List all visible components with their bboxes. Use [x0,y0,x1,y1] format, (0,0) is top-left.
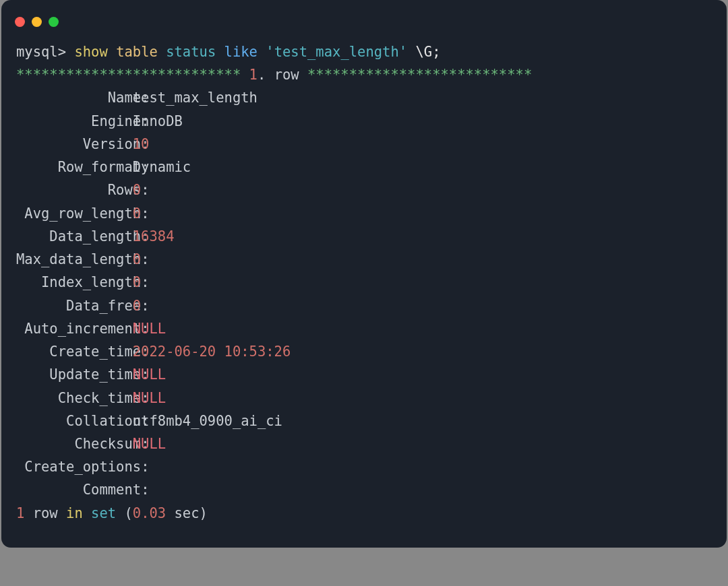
field-value: NULL [133,436,166,452]
prompt-label: mysql> [16,44,66,60]
field-value: 0 [133,182,141,198]
prompt-line: mysql> show table status like 'test_max_… [16,44,441,60]
field-value: 16384 [133,228,175,245]
field-label: Index_length: [16,271,124,294]
stars-right: *************************** [307,67,532,83]
field-label: Checksum: [16,432,124,455]
field-label: Row_format: [16,156,124,178]
field-value: NULL [133,321,166,337]
row-header: *************************** 1. row *****… [16,67,532,83]
terminal-window: mysql> show table status like 'test_max_… [1,0,727,548]
stars-left: *************************** [16,67,241,83]
field-value: 0 [133,274,141,290]
field-label: Collation: [16,410,124,432]
terminal-output[interactable]: mysql> show table status like 'test_max_… [1,34,727,548]
row-word: row [274,67,299,83]
summary-time: 0.03 [133,505,166,521]
field-value: NULL [133,390,166,406]
field-label: Name: [16,86,124,109]
summary-line: 1 row in set (0.03 sec) [16,505,208,521]
field-label: Auto_increment: [16,317,124,340]
summary-sec: sec [175,505,200,521]
summary-count: 1 [16,505,24,521]
field-label: Engine: [16,110,124,133]
titlebar [1,0,727,34]
fields-list: Name: test_max_length Engine: InnoDB Ver… [16,90,291,498]
field-label: Version: [16,133,124,156]
field-label: Check_time: [16,387,124,410]
cmd-arg: 'test_max_length' [266,44,407,60]
field-value: NULL [133,366,166,383]
field-value: 2022-06-20 10:53:26 [133,344,291,360]
field-label: Data_length: [16,225,124,248]
cmd-table: table [116,44,158,60]
field-label: Comment: [16,478,124,501]
field-value: test_max_length [133,90,257,106]
field-label: Max_data_length: [16,248,124,271]
summary-row: row [33,505,58,521]
cmd-like: like [224,44,257,60]
field-value: utf8mb4_0900_ai_ci [133,413,282,429]
field-label: Update_time: [16,363,124,386]
field-value: 0 [133,205,141,222]
cmd-show: show [74,44,107,60]
field-label: Data_free: [16,294,124,317]
window-close-button[interactable] [15,17,25,27]
field-value: 0 [133,298,141,314]
row-index: 1 [249,67,257,83]
cmd-terminator: \G; [415,44,440,60]
window-minimize-button[interactable] [32,17,42,27]
field-label: Create_time: [16,340,124,363]
field-label: Avg_row_length: [16,202,124,225]
field-value: 0 [133,251,141,267]
window-maximize-button[interactable] [49,17,59,27]
field-value: 10 [133,136,150,152]
field-label: Create_options: [16,455,124,478]
summary-set: set [91,505,116,521]
field-label: Rows: [16,178,124,201]
field-value: InnoDB [133,113,183,129]
cmd-status: status [166,44,216,60]
field-value: Dynamic [133,159,191,175]
summary-in: in [66,505,83,521]
